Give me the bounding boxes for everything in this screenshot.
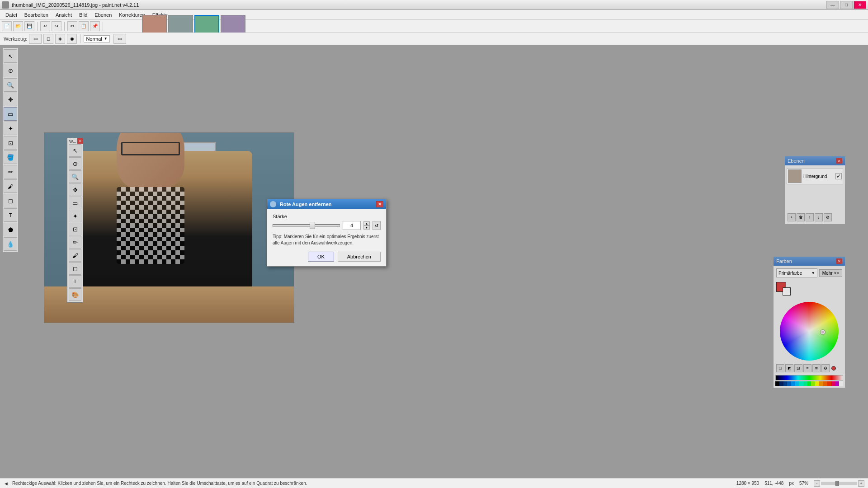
zoom-slider[interactable] [821,482,857,485]
undo-button[interactable]: ↩ [40,21,50,31]
ok-button[interactable]: OK [308,252,334,262]
app-icon [2,1,9,9]
zoom-slider-thumb[interactable] [835,481,839,486]
close-button[interactable]: ✕ [854,1,866,9]
zoom-display: 57% [799,481,808,486]
spinner-buttons: ▲ ▼ [363,221,370,230]
menu-bild[interactable]: Bild [75,10,91,19]
window-title: thumbnail_IMG_20200526_114819.jpg - pain… [12,2,139,8]
separator1 [37,22,38,31]
paste-button[interactable]: 📌 [90,21,100,31]
image-size: 1280 × 950 [736,481,759,486]
open-button[interactable]: 📂 [13,21,23,31]
image-size-display: 1280 × 950 [736,481,759,486]
tool-selector-2[interactable]: ◻ [43,34,53,44]
slider-row: 4 ▲ ▼ ↺ [273,221,381,230]
zoom-out-button[interactable]: - [814,480,820,487]
new-button[interactable]: 📄 [2,21,12,31]
separator2 [64,22,65,31]
save-button[interactable]: 💾 [24,21,34,31]
copy-button[interactable]: 📋 [79,21,89,31]
opacity-control[interactable]: ▭ [113,34,126,44]
unit-display: px [789,481,794,486]
menu-bearbeiten[interactable]: Bearbeiten [21,10,52,19]
dialog-overlay: Rote Augen entfernen ✕ Stärke 4 ▲ ▼ [0,45,868,478]
dialog-close-button[interactable]: ✕ [376,201,383,207]
cursor-pos-display: 511, -448 [764,481,783,486]
red-eye-dialog: Rote Augen entfernen ✕ Stärke 4 ▲ ▼ [267,199,387,267]
chevron-down-icon: ▼ [104,37,108,41]
canvas-area: ↖ ⊙ 🔍 ✥ ▭ ✦ ⊡ 🪣 ✏ 🖌 ◻ T ⬟ 💧 ✕ W... ↖ ⊙ 🔍… [0,45,868,478]
maximize-button[interactable]: □ [840,1,853,9]
strength-slider[interactable] [273,224,340,227]
dialog-title: Rote Augen entfernen [280,202,332,207]
tip-text: Tipp: Markieren Sie für ein optimales Er… [273,234,381,246]
menu-ansicht[interactable]: Ansicht [52,10,75,19]
tool-selector-3[interactable]: ◈ [55,34,65,44]
strength-value-display: 4 [343,221,361,230]
status-text: Rechteckige Auswahl: Klicken und ziehen … [12,481,307,486]
status-right: 1280 × 950 511, -448 px 57% - + [736,480,864,487]
zoom-in-button[interactable]: + [858,480,864,487]
menu-bar: Datei Bearbeiten Ansicht Bild Ebenen Kor… [0,10,868,20]
dialog-buttons: OK Abbrechen [273,252,381,262]
title-bar: thumbnail_IMG_20200526_114819.jpg - pain… [0,0,868,10]
tool-selector-4[interactable]: ◉ [67,34,77,44]
redo-button[interactable]: ↪ [52,21,61,31]
cut-button[interactable]: ✂ [67,21,77,31]
slider-thumb[interactable] [310,222,315,229]
spinner-up[interactable]: ▲ [363,221,370,225]
minimize-button[interactable]: — [826,1,839,9]
main-toolbar: 📄 📂 💾 ↩ ↪ ✂ 📋 📌 [0,20,868,33]
blend-mode-selector[interactable]: Normal ▼ [84,35,109,42]
dialog-titlebar: Rote Augen entfernen ✕ [267,199,386,209]
tools-bar: Werkzeug: ▭ ◻ ◈ ◉ Normal ▼ ▭ [0,33,868,45]
separator3 [103,22,103,31]
menu-datei[interactable]: Datei [2,10,21,19]
strength-value: 4 [350,223,353,228]
status-left: ◄ Rechteckige Auswahl: Klicken und ziehe… [4,481,307,486]
spinner-down[interactable]: ▼ [363,225,370,230]
tool-selector-1[interactable]: ▭ [29,34,42,44]
cancel-button[interactable]: Abbrechen [338,252,381,262]
reset-button[interactable]: ↺ [373,221,381,230]
werkzeug-label: Werkzeug: [4,36,27,42]
zoom-controls: - + [814,480,864,487]
dialog-icon [270,201,276,207]
blend-mode-label: Normal [86,36,102,42]
dialog-body: Stärke 4 ▲ ▼ ↺ Tipp: Markieren Sie für e… [267,209,386,266]
strength-label: Stärke [273,214,381,219]
scroll-left-arrow[interactable]: ◄ [4,481,9,486]
status-bar: ◄ Rechteckige Auswahl: Klicken und ziehe… [0,478,868,488]
menu-ebenen[interactable]: Ebenen [91,10,115,19]
sep-tools [80,34,80,43]
